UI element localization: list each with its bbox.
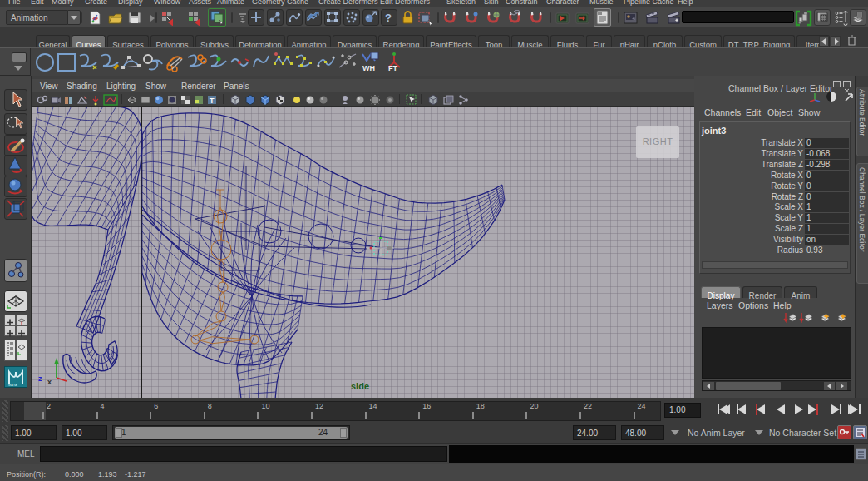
svg-text:?: ? bbox=[385, 12, 392, 24]
svg-text:T: T bbox=[210, 97, 215, 105]
svg-text:MAYA: MAYA bbox=[8, 383, 17, 387]
svg-text:FT: FT bbox=[388, 64, 397, 72]
svg-text:z: z bbox=[38, 374, 42, 383]
svg-text:x: x bbox=[47, 378, 52, 386]
svg-text:WH: WH bbox=[362, 64, 375, 72]
